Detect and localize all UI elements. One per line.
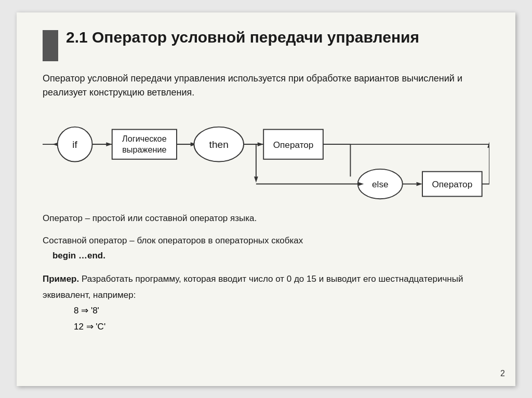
svg-text:выражение: выражение <box>122 145 166 154</box>
intro-text: Оператор условной передачи управления ис… <box>43 72 489 100</box>
svg-marker-14 <box>258 142 263 146</box>
slide-title: 2.1 Оператор условной передачи управлени… <box>66 28 419 47</box>
example-text: Разработать программу, которая вводит чи… <box>43 274 463 300</box>
body-line2-pre: Составной оператор – блок операторов в о… <box>43 236 303 245</box>
svg-text:else: else <box>372 179 389 189</box>
svg-text:Оператор: Оператор <box>273 139 314 149</box>
svg-text:then: then <box>209 139 229 149</box>
example-item-1: 8 ⇒ '8' <box>74 303 489 319</box>
slide-header: 2.1 Оператор условной передачи управлени… <box>43 28 489 61</box>
svg-marker-26 <box>417 182 422 186</box>
svg-text:Оператор: Оператор <box>432 179 472 189</box>
body-text-1: Оператор – простой или составной операто… <box>43 211 489 226</box>
flowchart: if Логическое выражение then Оператор <box>43 113 489 201</box>
example-item-2: 12 ⇒ 'C' <box>74 319 489 335</box>
svg-marker-5 <box>106 142 112 146</box>
svg-marker-20 <box>254 176 258 182</box>
svg-text:Логическое: Логическое <box>122 134 167 143</box>
body-text-2: Составной оператор – блок операторов в о… <box>43 234 489 264</box>
page-number: 2 <box>500 369 505 378</box>
header-accent <box>43 30 58 61</box>
slide: 2.1 Оператор условной передачи управлени… <box>17 12 515 386</box>
example-bold: Пример. <box>43 274 79 284</box>
body-keywords: begin …end. <box>52 251 105 260</box>
body-line1: Оператор – простой или составной операто… <box>43 213 257 223</box>
example-items: 8 ⇒ '8' 12 ⇒ 'C' <box>43 303 489 335</box>
example-section: Пример. Разработать программу, которая в… <box>43 271 489 303</box>
svg-text:if: if <box>72 139 77 149</box>
